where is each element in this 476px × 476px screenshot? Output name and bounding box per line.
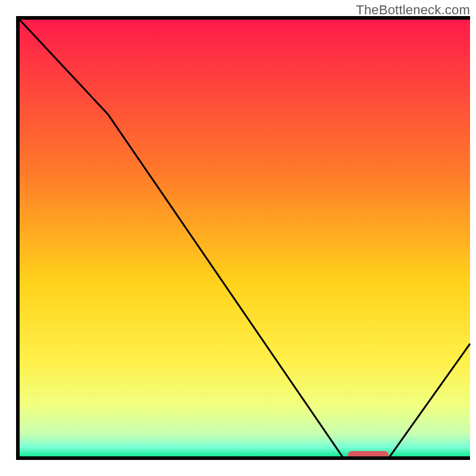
bottleneck-chart (0, 0, 476, 476)
watermark-text: TheBottleneck.com (356, 2, 470, 18)
chart-container: TheBottleneck.com (0, 0, 476, 476)
gradient-background (18, 18, 470, 458)
